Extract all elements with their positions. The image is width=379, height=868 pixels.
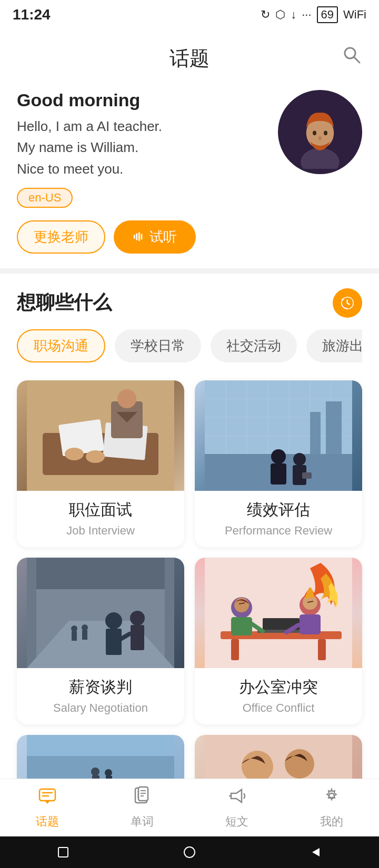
page-header: 话题	[0, 29, 379, 77]
svg-rect-57	[318, 639, 326, 660]
svg-point-76	[285, 749, 314, 779]
svg-point-91	[184, 847, 195, 857]
status-icons: ↻ ⬡ ↓ ··· 69 WiFi	[261, 6, 366, 23]
teacher-text: Good morning Hello, I am a AI teacher.My…	[17, 90, 267, 254]
nav-item-articles[interactable]: 短文	[190, 779, 284, 836]
svg-rect-50	[106, 629, 122, 655]
category-tabs: 职场沟通 学校日常 社交活动 旅游出行	[17, 329, 362, 362]
battery-icon: 69	[317, 6, 338, 23]
svg-rect-34	[326, 401, 342, 454]
svg-rect-56	[231, 639, 239, 660]
svg-point-47	[82, 624, 88, 631]
svg-point-70	[91, 768, 99, 776]
cloud-icon: ⬡	[275, 8, 285, 22]
teacher-section: Good morning Hello, I am a AI teacher.My…	[0, 77, 379, 268]
topic-grid-main: 职位面试 Job Interview	[17, 375, 362, 724]
android-back-button[interactable]	[304, 841, 327, 864]
svg-point-37	[293, 453, 306, 466]
nav-label-mine: 我的	[320, 814, 343, 830]
audition-label: 试听	[149, 228, 177, 246]
topic-name-zh-3: 薪资谈判	[25, 677, 176, 698]
svg-rect-77	[39, 789, 55, 801]
svg-point-45	[71, 625, 77, 632]
topic-card-body-office-conflict: 办公室冲突 Office Conflict	[195, 668, 362, 724]
topic-image-performance-review	[195, 380, 362, 491]
topic-card-performance-review[interactable]: 绩效评估 Performance Review	[195, 380, 362, 547]
svg-point-72	[105, 769, 112, 776]
topic-image-salary-negotiation	[17, 558, 184, 668]
svg-line-1	[354, 57, 360, 63]
search-button[interactable]	[341, 44, 362, 67]
teacher-greeting: Good morning	[17, 90, 267, 110]
svg-rect-61	[231, 617, 252, 635]
topic-card-job-interview[interactable]: 职位面试 Job Interview	[17, 380, 184, 547]
svg-point-16	[65, 448, 84, 460]
tab-school[interactable]: 学校日常	[115, 329, 201, 362]
topic-card-body-job-interview: 职位面试 Job Interview	[17, 491, 184, 547]
svg-point-11	[318, 136, 321, 140]
nav-item-words[interactable]: 单词	[95, 779, 190, 836]
android-home-button[interactable]	[178, 841, 201, 864]
section-divider	[0, 268, 379, 274]
svg-marker-92	[312, 848, 320, 856]
topic-grid: 职位面试 Job Interview	[17, 375, 362, 814]
wifi-icon: WiFi	[343, 8, 366, 22]
teacher-intro: Hello, I am a AI teacher.My name is Will…	[17, 116, 267, 179]
topic-card-salary-negotiation[interactable]: 薪资谈判 Salary Negotiation	[17, 558, 184, 724]
svg-rect-52	[131, 625, 144, 650]
android-recent-button[interactable]	[52, 841, 75, 864]
words-icon	[132, 786, 152, 811]
sync-icon: ↻	[261, 8, 270, 22]
svg-point-10	[324, 130, 327, 135]
topic-name-zh-4: 办公室冲突	[203, 677, 354, 698]
svg-rect-33	[310, 412, 321, 454]
mine-icon	[322, 786, 342, 811]
tab-social[interactable]: 社交活动	[211, 329, 297, 362]
svg-rect-46	[72, 631, 77, 641]
nav-label-articles: 短文	[225, 814, 248, 830]
topics-header: 想聊些什么	[17, 288, 362, 318]
svg-point-51	[130, 611, 145, 625]
teacher-avatar	[278, 90, 362, 174]
svg-rect-2	[134, 235, 135, 239]
change-teacher-button[interactable]: 更换老师	[17, 220, 105, 254]
teacher-actions: 更换老师 试听	[17, 220, 267, 254]
svg-point-19	[117, 389, 136, 408]
tab-travel[interactable]: 旅游出行	[306, 329, 362, 362]
page-title: 话题	[169, 45, 210, 72]
topic-card-body-performance-review: 绩效评估 Performance Review	[195, 491, 362, 547]
svg-point-75	[242, 751, 273, 782]
nav-item-topics[interactable]: 话题	[0, 779, 95, 836]
svg-rect-90	[58, 847, 68, 857]
svg-rect-42	[27, 558, 36, 668]
svg-point-17	[86, 450, 105, 463]
nav-label-topics: 话题	[36, 814, 59, 830]
svg-rect-3	[136, 234, 137, 240]
nav-item-mine[interactable]: 我的	[284, 779, 379, 836]
svg-rect-5	[141, 234, 143, 240]
svg-point-9	[313, 130, 316, 135]
svg-rect-4	[138, 233, 140, 241]
tab-workplace[interactable]: 职场沟通	[17, 329, 105, 362]
audition-button[interactable]: 试听	[114, 220, 196, 254]
bottom-nav: 话题 单词 短文	[0, 779, 379, 836]
topic-card-body-salary-negotiation: 薪资谈判 Salary Negotiation	[17, 668, 184, 724]
status-bar: 11:24 ↻ ⬡ ↓ ··· 69 WiFi	[0, 0, 379, 29]
svg-point-49	[105, 612, 122, 629]
download-icon: ↓	[291, 8, 296, 22]
topic-name-en-4: Office Conflict	[203, 701, 354, 715]
svg-rect-43	[165, 558, 174, 668]
svg-rect-39	[302, 472, 312, 479]
svg-rect-36	[271, 463, 286, 485]
topics-title: 想聊些什么	[17, 290, 112, 316]
svg-rect-41	[27, 558, 174, 589]
nav-label-words: 单词	[131, 814, 154, 830]
status-time: 11:24	[13, 6, 51, 23]
topic-name-en-1: Job Interview	[25, 524, 176, 538]
topic-name-zh-2: 绩效评估	[203, 499, 354, 521]
articles-icon	[227, 786, 247, 811]
language-badge: en-US	[17, 188, 73, 208]
history-button[interactable]	[333, 288, 362, 318]
topic-card-office-conflict[interactable]: 办公室冲突 Office Conflict	[195, 558, 362, 724]
topic-image-job-interview	[17, 380, 184, 491]
